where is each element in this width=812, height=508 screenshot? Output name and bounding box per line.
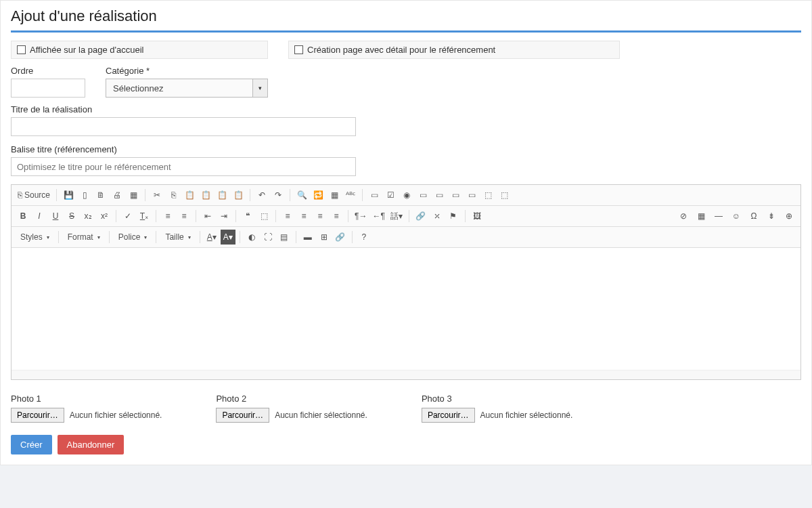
seo-title-label: Balise titre (référencement) <box>11 144 356 154</box>
editor-toolbar-row1: ⎘ Source 💾 ▯ 🗎 🖨 ▦ ✂ ⎘ 📋 📋 📋 📋 ↶ ↷ 🔍 🔁 ▦… <box>12 185 800 206</box>
bg-color-icon[interactable]: A▾ <box>221 230 235 245</box>
radio-field-icon[interactable]: ◉ <box>399 188 414 203</box>
photo2-browse-button[interactable]: Parcourir… <box>216 408 269 423</box>
category-select[interactable]: Sélectionnez ▾ <box>106 79 268 98</box>
paste-icon[interactable]: 📋 <box>182 188 197 203</box>
templates-icon[interactable]: ▦ <box>126 188 141 203</box>
save-icon[interactable]: 💾 <box>61 188 76 203</box>
unlink-icon[interactable]: ⤫ <box>430 209 445 224</box>
pagebreak-icon[interactable]: ⇟ <box>764 209 779 224</box>
bullet-list-icon[interactable]: ≡ <box>177 209 191 224</box>
seo-title-input[interactable] <box>11 157 356 176</box>
photo2-status: Aucun fichier sélectionné. <box>275 410 367 420</box>
align-right-icon[interactable]: ≡ <box>313 209 328 224</box>
select-field-icon[interactable]: ▭ <box>448 188 463 203</box>
checkbox-seo-page-label: Création page avec détail pour le référe… <box>307 45 495 55</box>
spellcheck-icon[interactable]: ᴬᴮᶜ <box>343 188 358 203</box>
justify-icon[interactable]: ≡ <box>329 209 344 224</box>
photo1-browse-button[interactable]: Parcourir… <box>11 408 64 423</box>
italic-icon[interactable]: I <box>32 209 47 224</box>
select-all-icon[interactable]: ▦ <box>327 188 342 203</box>
link2-icon[interactable]: 🔗 <box>333 230 348 245</box>
bold-icon[interactable]: B <box>16 209 30 224</box>
rich-text-editor: ⎘ Source 💾 ▯ 🗎 🖨 ▦ ✂ ⎘ 📋 📋 📋 📋 ↶ ↷ 🔍 🔁 ▦… <box>11 184 801 380</box>
page-title: Ajout d'une réalisation <box>11 7 801 25</box>
font-dropdown[interactable]: Police▾ <box>114 230 152 244</box>
subscript-icon[interactable]: x₂ <box>81 209 95 224</box>
help-icon[interactable]: ? <box>357 230 371 245</box>
div-icon[interactable]: ⬚ <box>256 209 271 224</box>
maximize2-icon[interactable]: ▬ <box>300 230 315 245</box>
copy-format-icon[interactable]: ✓ <box>120 209 135 224</box>
photo3-status: Aucun fichier sélectionné. <box>480 410 573 420</box>
paste-word-icon[interactable]: 📋 <box>215 188 229 203</box>
create-button[interactable]: Créer <box>11 435 52 454</box>
strike-icon[interactable]: S <box>64 209 79 224</box>
indent-icon[interactable]: ⇥ <box>217 209 231 224</box>
hr-icon[interactable]: — <box>711 209 726 224</box>
numbered-list-icon[interactable]: ≡ <box>160 209 175 224</box>
photo1-status: Aucun fichier sélectionné. <box>70 410 162 420</box>
redo-icon[interactable]: ↷ <box>271 188 286 203</box>
align-left-icon[interactable]: ≡ <box>280 209 295 224</box>
maximize-icon[interactable]: ⛶ <box>261 230 275 245</box>
form-icon[interactable]: ▭ <box>367 188 382 203</box>
divider <box>11 30 801 33</box>
copy-icon[interactable]: ⎘ <box>166 188 181 203</box>
textarea-icon[interactable]: ▭ <box>432 188 447 203</box>
iframe-icon[interactable]: ⊕ <box>782 209 796 224</box>
format-dropdown[interactable]: Format▾ <box>63 230 105 244</box>
show-blocks-icon[interactable]: ▤ <box>277 230 292 245</box>
preview-icon[interactable]: 🗎 <box>93 188 108 203</box>
print-icon[interactable]: 🖨 <box>110 188 125 203</box>
new-page-icon[interactable]: ▯ <box>77 188 92 203</box>
replace-icon[interactable]: 🔁 <box>311 188 325 203</box>
category-label: Catégorie * <box>106 66 268 76</box>
photo3-label: Photo 3 <box>422 394 572 404</box>
table-icon[interactable]: ▦ <box>694 209 708 224</box>
show-blocks2-icon[interactable]: ⊞ <box>317 230 332 245</box>
editor-content[interactable] <box>12 248 800 370</box>
paste-text-icon[interactable]: 📋 <box>198 188 213 203</box>
title-input[interactable] <box>11 117 356 136</box>
align-center-icon[interactable]: ≡ <box>296 209 311 224</box>
superscript-icon[interactable]: x² <box>97 209 112 224</box>
text-field-icon[interactable]: ▭ <box>415 188 430 203</box>
text-color-icon[interactable]: A▾ <box>204 230 219 245</box>
checkbox-field-icon[interactable]: ☑ <box>383 188 398 203</box>
flash-icon[interactable]: ◐ <box>244 230 259 245</box>
image-icon[interactable]: 🖼 <box>470 209 484 224</box>
cut-icon[interactable]: ✂ <box>150 188 164 203</box>
paste-word-icon[interactable]: 📋 <box>231 188 246 203</box>
source-button[interactable]: ⎘ Source <box>16 188 52 203</box>
undo-icon[interactable]: ↶ <box>254 188 269 203</box>
button-field-icon[interactable]: ▭ <box>464 188 479 203</box>
photo3-browse-button[interactable]: Parcourir… <box>422 408 475 423</box>
order-input[interactable] <box>11 79 85 98</box>
anchor-icon[interactable]: ⚑ <box>446 209 461 224</box>
special-char-icon[interactable]: Ω <box>746 209 761 224</box>
cancel-button[interactable]: Abandonner <box>58 435 125 454</box>
checkbox-homepage[interactable]: Affichée sur la page d'accueil <box>11 41 268 59</box>
photo1-label: Photo 1 <box>11 394 162 404</box>
styles-dropdown[interactable]: Styles▾ <box>16 230 54 244</box>
link-icon[interactable]: 🔗 <box>413 209 428 224</box>
size-dropdown[interactable]: Taille▾ <box>160 230 195 244</box>
ltr-icon[interactable]: ¶→ <box>353 209 369 224</box>
blockquote-icon[interactable]: ❝ <box>240 209 255 224</box>
rtl-icon[interactable]: ←¶ <box>370 209 386 224</box>
hidden-field-icon[interactable]: ⬚ <box>497 188 512 203</box>
smiley-icon[interactable]: ☺ <box>729 209 744 224</box>
editor-statusbar <box>12 370 800 379</box>
checkbox-seo-page[interactable]: Création page avec détail pour le référe… <box>288 41 620 59</box>
checkbox-icon <box>17 45 26 54</box>
find-icon[interactable]: 🔍 <box>294 188 309 203</box>
about-icon[interactable]: ⊘ <box>676 209 691 224</box>
outdent-icon[interactable]: ⇤ <box>200 209 215 224</box>
remove-format-icon[interactable]: Tₓ <box>137 209 152 224</box>
photo2-label: Photo 2 <box>216 394 367 404</box>
image-button-icon[interactable]: ⬚ <box>480 188 495 203</box>
editor-toolbar-row2: B I U S x₂ x² ✓ Tₓ ≡ ≡ ⇤ ⇥ ❝ ⬚ ≡ ≡ ≡ ≡ ¶… <box>12 206 800 227</box>
language-icon[interactable]: 話▾ <box>388 209 405 224</box>
underline-icon[interactable]: U <box>48 209 63 224</box>
